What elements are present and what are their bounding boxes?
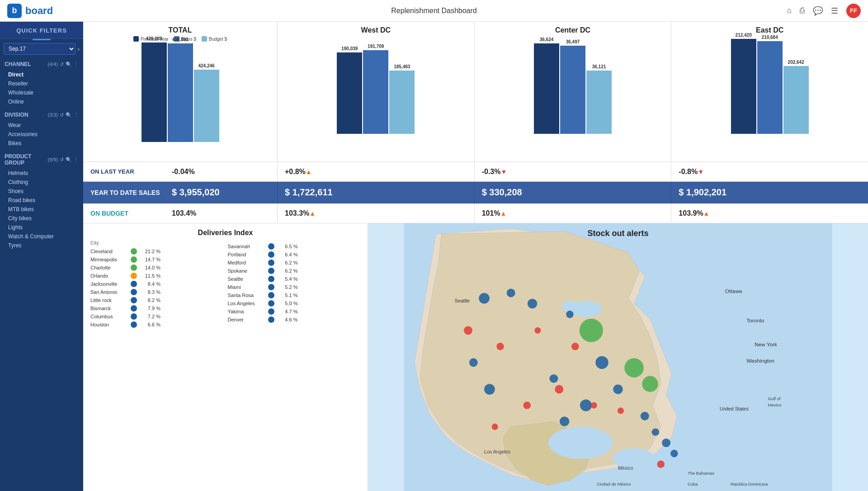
bar-east-budget: 202,642	[783, 60, 809, 134]
list-item: Spokane 6.2 %	[228, 267, 361, 275]
east-bars: 212,420 210,684 202,642	[731, 36, 809, 136]
left-rows: Cleveland 21.2 % Minneapolis 14.7 % Char…	[90, 247, 223, 329]
bar-total-sales-rect	[168, 43, 193, 142]
bar-east-budget-rect	[783, 66, 809, 134]
map-label-seattle: Seattle	[455, 298, 470, 303]
sidebar-item-clothing[interactable]: Clothing	[5, 178, 79, 187]
map-dot-blue3	[528, 299, 537, 308]
bar-east-budget-label: 202,642	[788, 60, 804, 65]
pg-search-icon[interactable]: 🔍	[66, 157, 72, 163]
sidebar-item-direct[interactable]: Direct	[5, 70, 79, 79]
bar-west-sales-label: 191,709	[368, 44, 384, 49]
list-item: Minneapolis 14.7 %	[90, 255, 223, 264]
division-reset-icon[interactable]: ↺	[60, 112, 64, 118]
bar-west-prev: 190,039	[337, 46, 362, 134]
period-select[interactable]: Sep.17	[4, 43, 75, 55]
sidebar-item-tyres[interactable]: Tyres	[5, 241, 79, 250]
list-item: Yakima 4.7 %	[228, 307, 361, 316]
chart-east: East DC 212,420 210,684 202,642	[671, 22, 868, 161]
bar-center-sales-label: 36,497	[566, 39, 580, 44]
map-dot-blue12	[670, 450, 678, 458]
sidebar-item-mtb-bikes[interactable]: MTB bikes	[5, 205, 79, 214]
pg-more-icon[interactable]: ⋮	[74, 157, 79, 163]
stockout-title: Stock out alerts	[587, 229, 648, 238]
logo-icon: b	[7, 4, 22, 18]
print-icon[interactable]: ⎙	[800, 6, 805, 15]
oly-label: ON LAST YEAR	[90, 168, 172, 175]
map-dot-blue8	[613, 384, 623, 394]
sidebar-item-helmets[interactable]: Helmets	[5, 169, 79, 178]
map-dot-blue14	[580, 400, 592, 411]
chart-west: West DC 190,039 191,709 185,483	[278, 22, 475, 161]
budget-west-value: 103.3%	[285, 209, 309, 217]
top-nav: b board Replenishment Dashboard ⌂ ⎙ 💬 ☰ …	[0, 0, 868, 22]
comment-icon[interactable]: 💬	[813, 6, 823, 16]
chart-total: TOTAL Previous Year Sales $ Budget $	[83, 22, 278, 161]
chart-west-title: West DC	[361, 26, 391, 34]
home-icon[interactable]: ⌂	[787, 6, 792, 15]
map-dot-red5	[555, 385, 563, 394]
oly-west-cell: +0.8% ▲	[278, 162, 475, 181]
bottom-row: Deliveries Index City Cleveland 21.2 % M…	[83, 223, 868, 491]
list-item: Orlando 11.5 %	[90, 272, 223, 280]
map-label-cuba: Cuba	[688, 482, 698, 486]
sidebar-item-city-bikes[interactable]: City bikes	[5, 214, 79, 223]
sidebar-item-shoes[interactable]: Shoes	[5, 187, 79, 196]
budget-total-value: 103.4%	[172, 209, 196, 217]
list-item: Santa Rosa 5.1 %	[228, 291, 361, 299]
channel-search-icon[interactable]: 🔍	[66, 61, 72, 67]
bar-west-sales: 191,709	[363, 44, 388, 134]
bar-center-prev-rect	[534, 43, 559, 134]
bar-total-prev: 439,083	[142, 36, 167, 142]
center-bars: 36,624 36,497 36,121	[534, 36, 612, 136]
list-item: Miami 5.2 %	[228, 283, 361, 291]
list-item: Denver 4.6 %	[228, 316, 361, 324]
oly-center-arrow: ▼	[500, 168, 507, 175]
map-dot-red4	[571, 343, 579, 350]
sidebar-item-wholesale[interactable]: Wholesale	[5, 88, 79, 97]
list-item: San Antonio 8.3 %	[90, 288, 223, 296]
list-item: Houston 6.6 %	[90, 321, 223, 329]
bar-group-east: 212,420 210,684 202,642	[731, 33, 809, 134]
sidebar-item-bikes[interactable]: Bikes	[5, 139, 79, 148]
bar-center-sales-rect	[560, 46, 585, 134]
list-item: Columbus 7.2 %	[90, 312, 223, 321]
sidebar-item-accessories[interactable]: Accessories	[5, 130, 79, 139]
map-dot-blue6	[549, 374, 558, 383]
quick-filters-label: QUICK FILTERS	[0, 22, 83, 39]
sidebar-item-wear[interactable]: Wear	[5, 121, 79, 130]
deliveries-table: City Cleveland 21.2 % Minneapolis 14.7 %…	[90, 241, 360, 329]
map-dot-blue13	[560, 416, 569, 426]
budget-row: ON BUDGET 103.4% 103.3% ▲ 101% ▲ 103.9% …	[83, 203, 868, 223]
sidebar-item-reseller[interactable]: Reseller	[5, 79, 79, 88]
map-dot-red10	[492, 424, 498, 430]
legend-prev-year-dot	[133, 36, 139, 42]
oly-west-value: +0.8%	[285, 168, 306, 176]
budget-west-arrow: ▲	[309, 210, 316, 217]
budget-total-cell: ON BUDGET 103.4%	[83, 203, 278, 223]
bar-total-sales-label: 438,891	[172, 37, 188, 42]
list-item: Charlotte 14.0 %	[90, 264, 223, 272]
division-more-icon[interactable]: ⋮	[74, 112, 79, 118]
map-label-mexico: México	[618, 465, 633, 471]
division-search-icon[interactable]: 🔍	[66, 112, 72, 118]
channel-more-icon[interactable]: ⋮	[74, 61, 79, 67]
sidebar-item-lights[interactable]: Lights	[5, 223, 79, 232]
avatar[interactable]: FF	[846, 4, 861, 18]
sidebar-item-online[interactable]: Online	[5, 97, 79, 106]
channel-reset-icon[interactable]: ↺	[60, 61, 64, 67]
sidebar-item-watch-computer[interactable]: Watch & Computer	[5, 232, 79, 241]
channel-section: Channel (4/4) ↺ 🔍 ⋮ Direct Reseller Whol…	[0, 57, 83, 108]
ytd-row: YEAR TO DATE SALES $ 3,955,020 $ 1,722,6…	[83, 182, 868, 203]
bar-total-prev-label: 439,083	[146, 36, 162, 41]
menu-icon[interactable]: ☰	[831, 6, 838, 16]
bar-center-sales: 36,497	[560, 39, 585, 134]
sidebar-item-road-bikes[interactable]: Road bikes	[5, 196, 79, 205]
filter-next-arrow[interactable]: ›	[77, 45, 80, 52]
chart-center: Center DC 36,624 36,497 36,121	[475, 22, 672, 161]
west-bars: 190,039 191,709 185,483	[337, 36, 415, 136]
sidebar: QUICK FILTERS Sep.17 › Channel (4/4) ↺ 🔍…	[0, 22, 83, 491]
budget-label: ON BUDGET	[90, 210, 172, 217]
list-item: Jacksonville 8.4 %	[90, 280, 223, 288]
pg-reset-icon[interactable]: ↺	[60, 157, 64, 163]
